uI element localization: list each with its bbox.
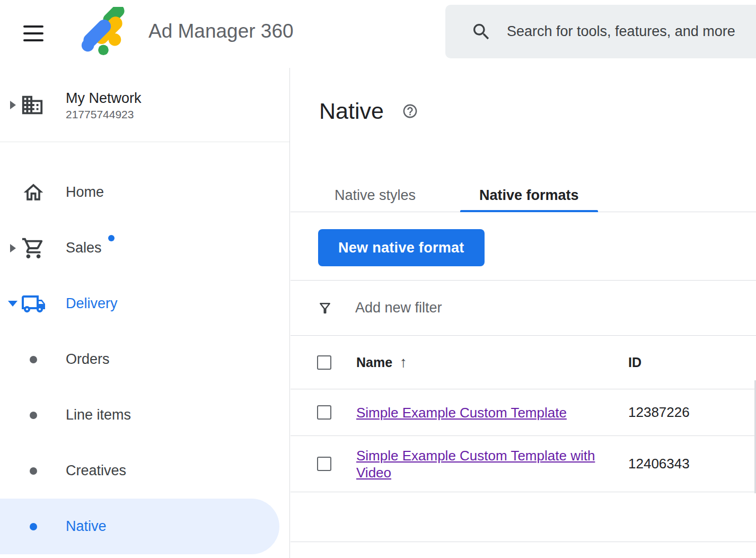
select-all-checkbox[interactable] (317, 355, 331, 370)
menu-icon[interactable] (23, 25, 43, 41)
row-name-link[interactable]: Simple Example Custom Template with Vide… (356, 448, 595, 481)
truck-icon (20, 291, 47, 317)
table-row: Simple Example Custom Template 12387226 (291, 389, 756, 435)
row-checkbox[interactable] (317, 405, 331, 420)
chevron-right-icon (6, 244, 19, 252)
bullet-icon (30, 356, 37, 363)
network-selector[interactable]: My Network 21775744923 (0, 68, 289, 142)
chevron-down-icon (6, 301, 19, 307)
table-footer-spacer (291, 492, 756, 542)
column-header-id[interactable]: ID (628, 355, 641, 370)
sidebar-item-label: Home (66, 184, 104, 200)
page-title-row: Native (319, 98, 756, 124)
ad-manager-logo-icon (78, 7, 128, 57)
chevron-right-icon (6, 101, 19, 109)
bullet-icon (30, 412, 37, 419)
sort-ascending-icon[interactable]: ↑ (400, 354, 407, 371)
tab-native-formats[interactable]: Native formats (460, 179, 598, 212)
bullet-icon (30, 523, 37, 530)
building-icon (20, 93, 45, 117)
app-title: Ad Manager 360 (148, 20, 294, 42)
page-title: Native (319, 98, 384, 124)
name-cell: Simple Example Custom Template (356, 404, 610, 421)
network-name: My Network (66, 89, 142, 108)
filter-bar[interactable]: Add new filter (291, 280, 756, 335)
bullet-icon (30, 467, 37, 475)
sidebar-item-label: Orders (66, 351, 110, 368)
sidebar-item-delivery[interactable]: Delivery (0, 276, 289, 332)
main-content: Native Native styles Native formats New … (291, 68, 756, 558)
sidebar-item-home[interactable]: Home (0, 164, 289, 220)
sidebar-item-label: Sales (66, 240, 102, 256)
network-info: My Network 21775744923 (66, 89, 142, 121)
column-header-name[interactable]: Name (356, 355, 392, 370)
sidebar-item-orders[interactable]: Orders (0, 332, 289, 387)
top-app-bar: Ad Manager 360 (0, 0, 756, 68)
row-checkbox[interactable] (317, 457, 331, 471)
home-icon (20, 181, 47, 204)
search-icon (471, 21, 492, 42)
filter-icon (317, 300, 333, 316)
search-input[interactable] (507, 16, 756, 48)
sidebar: My Network 21775744923 Home Sales Delive… (0, 68, 290, 558)
table-row: Simple Example Custom Template with Vide… (291, 435, 756, 492)
sidebar-item-label: Delivery (66, 295, 118, 312)
table-header-row: Name ↑ ID (291, 335, 756, 389)
tab-label: Native formats (479, 187, 579, 204)
row-id: 12387226 (628, 404, 690, 421)
tab-label: Native styles (335, 187, 416, 204)
tab-bar: Native styles Native formats (291, 179, 756, 212)
cart-icon (20, 236, 47, 260)
row-id: 12406343 (628, 456, 690, 472)
sidebar-item-creatives[interactable]: Creatives (0, 443, 289, 499)
row-name-link[interactable]: Simple Example Custom Template (356, 405, 567, 421)
sidebar-item-line-items[interactable]: Line items (0, 387, 289, 443)
help-icon[interactable] (402, 103, 418, 119)
sidebar-item-label: Line items (66, 407, 131, 423)
new-native-format-button[interactable]: New native format (318, 229, 485, 266)
sidebar-nav: Home Sales Delivery Orders Line items (0, 164, 289, 554)
sidebar-item-native[interactable]: Native (0, 499, 279, 554)
tab-native-styles[interactable]: Native styles (315, 179, 435, 212)
search-bar (445, 5, 756, 58)
sidebar-item-sales[interactable]: Sales (0, 220, 289, 276)
notification-dot (108, 235, 115, 241)
name-cell: Simple Example Custom Template with Vide… (356, 447, 610, 481)
network-id: 21775744923 (66, 108, 142, 121)
sidebar-item-label: Creatives (66, 463, 126, 479)
filter-placeholder: Add new filter (355, 300, 442, 316)
sidebar-item-label: Native (66, 518, 107, 535)
